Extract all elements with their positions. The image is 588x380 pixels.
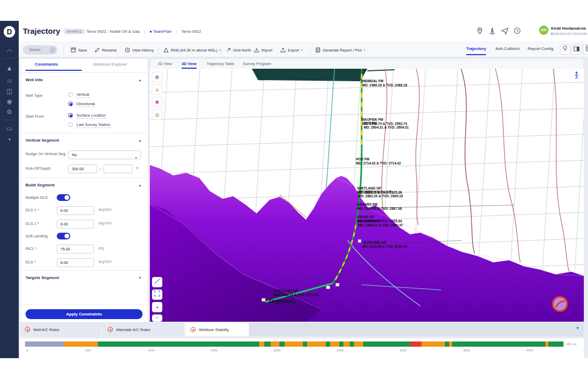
depth-segment-orange[interactable] bbox=[330, 341, 340, 347]
fit-view-icon[interactable] bbox=[152, 289, 162, 300]
depth-segment-red[interactable] bbox=[410, 341, 421, 347]
tab-trajectory-table[interactable]: Trajectory Table bbox=[207, 61, 234, 66]
settings-gear-icon[interactable]: ⚙ bbox=[0, 108, 19, 116]
notes-panel-icon[interactable] bbox=[583, 44, 588, 55]
depth-segment-green[interactable] bbox=[445, 341, 449, 347]
tab-wellbore-stability[interactable]: Wellbore Stability bbox=[185, 323, 249, 336]
depth-segment-orange[interactable] bbox=[354, 341, 363, 347]
save-button[interactable]: Save bbox=[71, 46, 87, 54]
generate-report-dropdown[interactable]: Generate Report / Plot ▾ bbox=[315, 46, 365, 54]
soft-landing-toggle[interactable] bbox=[57, 233, 70, 239]
report-icon[interactable]: ◫ bbox=[0, 87, 19, 95]
incl-input[interactable]: 75.00 bbox=[57, 245, 94, 254]
scene-settings-gear-icon[interactable]: ⚙ bbox=[152, 72, 162, 82]
targets-segment-header[interactable]: Targets Segment bbox=[25, 275, 59, 280]
location-pin-icon[interactable] bbox=[476, 27, 484, 35]
view-history-button[interactable]: View History bbox=[125, 46, 154, 54]
tab-trajectory[interactable]: Trajectory bbox=[466, 46, 486, 51]
depth-segment-green[interactable] bbox=[363, 341, 410, 347]
depth-segment-orange[interactable] bbox=[307, 341, 325, 347]
share-button[interactable]: Share bbox=[23, 45, 57, 55]
focus-trajectory-icon[interactable] bbox=[572, 71, 581, 79]
collapse-chevron-icon[interactable]: ▲ bbox=[138, 184, 142, 187]
breadcrumb-team[interactable]: TeamPlan bbox=[153, 29, 172, 34]
expand-chevron-icon[interactable]: ▼ bbox=[138, 276, 142, 280]
breadcrumb-well[interactable]: Terra 0922 bbox=[181, 29, 201, 34]
depth-track[interactable] bbox=[25, 341, 564, 347]
scene-3d[interactable]: HEIMDAL FMMD: 2466.18 & TVD: 2466.18EKOF… bbox=[150, 69, 584, 322]
kickoff-input[interactable]: 300.00 bbox=[68, 164, 97, 173]
dls-input[interactable]: 6.00 bbox=[57, 258, 94, 267]
edit-square-icon[interactable]: ▱ bbox=[0, 77, 19, 84]
nudge-select[interactable]: No ▼ bbox=[68, 150, 141, 159]
depth-segment-green[interactable] bbox=[326, 341, 330, 347]
radio-vertical[interactable] bbox=[68, 92, 73, 97]
depth-segment-orange[interactable] bbox=[259, 341, 264, 347]
depth-segment-green[interactable] bbox=[350, 341, 354, 347]
depth-segment-orange[interactable] bbox=[421, 341, 445, 347]
build-segment-header[interactable]: Build Segment bbox=[25, 183, 55, 187]
rkb-dropdown[interactable]: RKB (84.30 m above MSL) ▾ bbox=[163, 46, 221, 54]
app-logo[interactable]: D bbox=[4, 26, 15, 37]
feedback-icon[interactable]: ◖ bbox=[0, 135, 19, 143]
tab-survey-program[interactable]: Survey Program bbox=[243, 61, 271, 66]
gauge-icon[interactable]: ◠ bbox=[0, 48, 19, 55]
depth-segment-green[interactable] bbox=[264, 341, 271, 347]
collapse-chevron-icon[interactable]: ▲ bbox=[138, 139, 142, 142]
measure-ruler-icon[interactable] bbox=[152, 277, 162, 287]
tab-3d-view[interactable]: 3D View bbox=[182, 61, 197, 66]
share-toggle[interactable] bbox=[49, 47, 56, 53]
import-button[interactable]: Import bbox=[254, 46, 272, 54]
depth-segment-orange[interactable] bbox=[64, 341, 98, 347]
zoom-in-button[interactable]: + bbox=[152, 302, 162, 312]
depth-segment-gray[interactable] bbox=[25, 341, 64, 347]
kickoff-input-2[interactable] bbox=[104, 164, 133, 173]
depth-segment-orange[interactable] bbox=[285, 341, 303, 347]
depth-segment-green[interactable] bbox=[452, 341, 545, 347]
formations-toggle-icon[interactable]: ✱ bbox=[152, 97, 162, 107]
collapse-panel-chevron-icon[interactable]: ▼ bbox=[576, 326, 580, 331]
avatar[interactable]: KH bbox=[539, 26, 548, 35]
depth-segment-green[interactable] bbox=[548, 341, 564, 347]
tab-solutions-explorer[interactable]: Solutions Explorer bbox=[93, 62, 127, 67]
well-info-header[interactable]: Well Info bbox=[25, 78, 43, 82]
drill-compass-icon[interactable]: ▲ bbox=[0, 65, 19, 72]
depth-segment-green[interactable] bbox=[339, 341, 343, 347]
radio-directional[interactable] bbox=[68, 102, 73, 106]
apply-constraints-button[interactable]: Apply Constraints bbox=[25, 309, 143, 319]
tab-well-ac-rules[interactable]: Well A/C Rules bbox=[20, 323, 102, 336]
history-clock-icon[interactable] bbox=[513, 27, 521, 35]
multiple-dls-toggle[interactable] bbox=[57, 194, 70, 201]
tab-constraints[interactable]: Constraints bbox=[35, 62, 58, 67]
wellbore-rings-icon[interactable]: ◎ bbox=[152, 109, 162, 120]
tips-bulb-icon[interactable] bbox=[560, 44, 570, 55]
depth-segment-green[interactable] bbox=[303, 341, 307, 347]
dls2-input[interactable]: 6.00 bbox=[57, 220, 94, 229]
team-icon[interactable]: ◉ bbox=[0, 98, 19, 105]
depth-segment-orange[interactable] bbox=[271, 341, 279, 347]
radio-surface-location[interactable] bbox=[68, 113, 73, 118]
radio-vertical-label[interactable]: Vertical bbox=[76, 92, 90, 98]
tab-report-config[interactable]: Report Config bbox=[528, 46, 553, 51]
radio-last-survey-station-label[interactable]: Last Survey Station bbox=[76, 122, 110, 128]
radio-last-survey-station[interactable] bbox=[68, 122, 73, 127]
send-icon[interactable] bbox=[501, 27, 509, 35]
tab-alternate-ac-rules[interactable]: Alternate A/C Rules bbox=[103, 323, 185, 336]
grid-north-button[interactable]: Grid North bbox=[226, 46, 251, 54]
export-dropdown[interactable]: Export ▾ bbox=[280, 46, 302, 54]
dls1-input[interactable]: 6.00 bbox=[57, 206, 94, 215]
depth-segment-orange[interactable] bbox=[343, 341, 350, 347]
breadcrumb-project[interactable]: Terra 0922 - Noble Oil & Gas bbox=[86, 29, 140, 34]
monitor-icon[interactable]: ▭ bbox=[0, 125, 19, 132]
tab-2d-view[interactable]: 2D View bbox=[158, 61, 172, 66]
rename-button[interactable]: Rename bbox=[95, 46, 117, 54]
radio-surface-location-label[interactable]: Surface Location bbox=[76, 113, 106, 119]
collapse-chevron-icon[interactable]: ▲ bbox=[138, 79, 142, 82]
depth-segment-green[interactable] bbox=[279, 341, 285, 347]
derrick-icon[interactable] bbox=[488, 27, 496, 35]
radio-directional-label[interactable]: Directional bbox=[76, 102, 95, 107]
vertical-segment-header[interactable]: Vertical Segment bbox=[25, 138, 59, 143]
zoom-out-button[interactable]: − bbox=[152, 314, 162, 322]
north-arrow-icon[interactable]: A bbox=[152, 84, 162, 95]
depth-segment-green[interactable] bbox=[98, 341, 260, 347]
